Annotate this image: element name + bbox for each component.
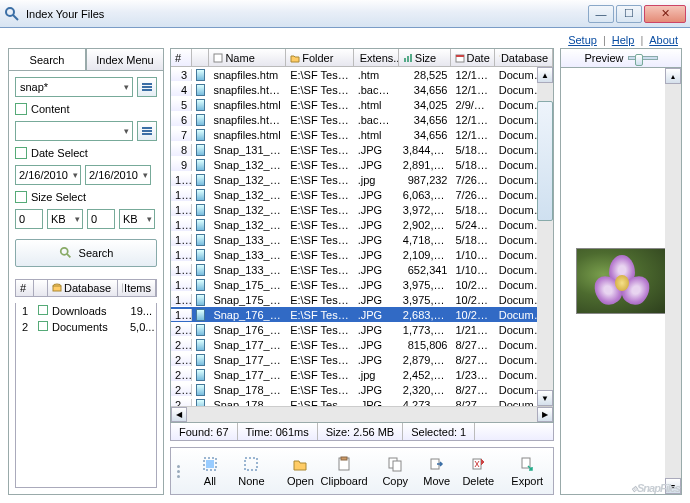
table-row[interactable]: 4snapfiles.html.b...E:\SF TestFiles....b… [171,82,553,97]
col-date[interactable]: Date [451,49,494,66]
scroll-down-icon[interactable]: ▾ [665,478,681,494]
col-extension[interactable]: Extens... [354,49,399,66]
toolbar-grip [177,465,184,478]
content-checkbox[interactable]: Content [15,103,157,115]
date-from-combo[interactable]: 2/16/2010 [15,165,81,185]
size-to-input[interactable]: 0 [87,209,115,229]
col-check[interactable] [34,280,48,296]
open-button[interactable]: Open [281,451,321,491]
table-row[interactable]: 22Snap_177_77...E:\SF TestFiles....JPG2,… [171,352,553,367]
table-row[interactable]: 6snapfiles.html.b...E:\SF TestFiles....b… [171,112,553,127]
window-title: Index Your Files [26,8,588,20]
delete-button[interactable]: Delete [459,451,499,491]
table-row[interactable]: 18Snap_175_75...E:\SF TestFiles....JPG3,… [171,292,553,307]
action-toolbar: All None Open Clipboard Copy Move Delete… [170,447,554,495]
scroll-up-icon[interactable]: ▲ [537,67,553,83]
export-icon [518,455,536,473]
table-row[interactable]: 24Snap_178_78...E:\SF TestFiles....JPG2,… [171,382,553,397]
all-button[interactable]: All [190,451,230,491]
file-icon [196,159,205,171]
svg-rect-25 [341,457,347,460]
table-row[interactable]: 8Snap_131_31...E:\SF TestFiles....JPG3,8… [171,142,553,157]
database-row[interactable]: 2Documents5,0... [16,319,156,335]
database-row[interactable]: 1Downloads19... [16,303,156,319]
status-selected: Selected: 1 [403,423,475,440]
svg-rect-23 [245,458,257,470]
col-num[interactable]: # [16,280,34,296]
search-button[interactable]: Search [15,239,157,267]
table-row[interactable]: 11Snap_132_32...E:\SF TestFiles....JPG6,… [171,187,553,202]
svg-rect-15 [404,58,406,62]
help-link[interactable]: Help [612,34,635,46]
scroll-right-icon[interactable]: ▶ [537,407,553,422]
col-size[interactable]: Size [399,49,452,66]
table-row[interactable]: 15Snap_133_33...E:\SF TestFiles....JPG2,… [171,247,553,262]
table-row[interactable]: 19Snap_176_76...E:\SF TestFiles....JPG2,… [171,307,553,322]
folder-icon [290,53,300,63]
scroll-left-icon[interactable]: ◀ [171,407,187,422]
table-row[interactable]: 7snapfiles.htmlE:\SF TestFiles....html34… [171,127,553,142]
scroll-down-icon[interactable]: ▼ [537,390,553,406]
svg-rect-22 [206,460,214,468]
col-icon[interactable] [192,49,209,66]
horizontal-scrollbar[interactable]: ◀ ▶ [171,406,553,422]
table-row[interactable]: 3snapfiles.htmE:\SF TestFiles....htm28,5… [171,67,553,82]
table-row[interactable]: 20Snap_176_76...E:\SF TestFiles....JPG1,… [171,322,553,337]
size-to-unit[interactable]: KB [119,209,155,229]
preview-zoom-slider[interactable] [628,56,658,60]
copy-button[interactable]: Copy [376,451,416,491]
table-row[interactable]: 13Snap_132_32...E:\SF TestFiles....JPG2,… [171,217,553,232]
minimize-button[interactable]: — [588,5,614,23]
checkbox-icon [15,191,27,203]
table-row[interactable]: 5snapfiles.htmlE:\SF TestFiles....html34… [171,97,553,112]
search-name-options-button[interactable] [137,77,157,97]
content-options-button[interactable] [137,121,157,141]
maximize-button[interactable]: ☐ [616,5,642,23]
file-icon [196,399,205,407]
table-row[interactable]: 17Snap_175_75...E:\SF TestFiles....JPG3,… [171,277,553,292]
col-database[interactable]: Database [48,280,118,296]
svg-rect-3 [142,86,152,88]
preview-scrollbar[interactable]: ▴ ▾ [665,68,681,494]
table-row[interactable]: 9Snap_132_32...E:\SF TestFiles....JPG2,8… [171,157,553,172]
table-row[interactable]: 10Snap_132_32...E:\SF TestFiles....jpg98… [171,172,553,187]
file-icon [196,174,205,186]
content-combo[interactable] [15,121,133,141]
status-bar: Found: 67 Time: 061ms Size: 2.56 MB Sele… [170,423,554,441]
svg-rect-19 [456,55,464,57]
search-name-combo[interactable]: snap* [15,77,133,97]
tab-index-menu[interactable]: Index Menu [86,48,164,70]
table-row[interactable]: 23Snap_177_77...E:\SF TestFiles....jpg2,… [171,367,553,382]
file-icon [196,249,205,261]
tab-search[interactable]: Search [8,48,86,70]
col-folder[interactable]: Folder [286,49,353,66]
table-row[interactable]: 12Snap_132_32...E:\SF TestFiles....JPG3,… [171,202,553,217]
table-row[interactable]: 16Snap_133_33...E:\SF TestFiles....JPG65… [171,262,553,277]
table-row[interactable]: 25Snap_178_78...E:\SF TestFiles....JPG4,… [171,397,553,406]
move-button[interactable]: Move [417,451,457,491]
date-select-checkbox[interactable]: Date Select [15,147,157,159]
size-select-checkbox[interactable]: Size Select [15,191,157,203]
export-button[interactable]: Export [507,451,547,491]
date-to-combo[interactable]: 2/16/2010 [85,165,151,185]
database-header: # Database Items [15,279,157,297]
size-from-unit[interactable]: KB [47,209,83,229]
col-num[interactable]: # [171,49,192,66]
size-from-input[interactable]: 0 [15,209,43,229]
vertical-scrollbar[interactable]: ▲ ▼ [537,67,553,406]
none-button[interactable]: None [232,451,272,491]
scroll-up-icon[interactable]: ▴ [665,68,681,84]
setup-link[interactable]: Setup [568,34,597,46]
clipboard-button[interactable]: Clipboard [322,451,366,491]
col-name[interactable]: Name [209,49,286,66]
grid-body[interactable]: 3snapfiles.htmE:\SF TestFiles....htm28,5… [171,67,553,406]
table-row[interactable]: 14Snap_133_33...E:\SF TestFiles....JPG4,… [171,232,553,247]
about-link[interactable]: About [649,34,678,46]
date-icon [455,53,464,63]
scroll-thumb[interactable] [537,101,553,221]
col-items[interactable]: Items [118,280,156,296]
table-row[interactable]: 21Snap_177_77...E:\SF TestFiles....JPG81… [171,337,553,352]
open-icon [291,455,309,473]
close-button[interactable]: ✕ [644,5,686,23]
col-database[interactable]: Database [495,49,553,66]
